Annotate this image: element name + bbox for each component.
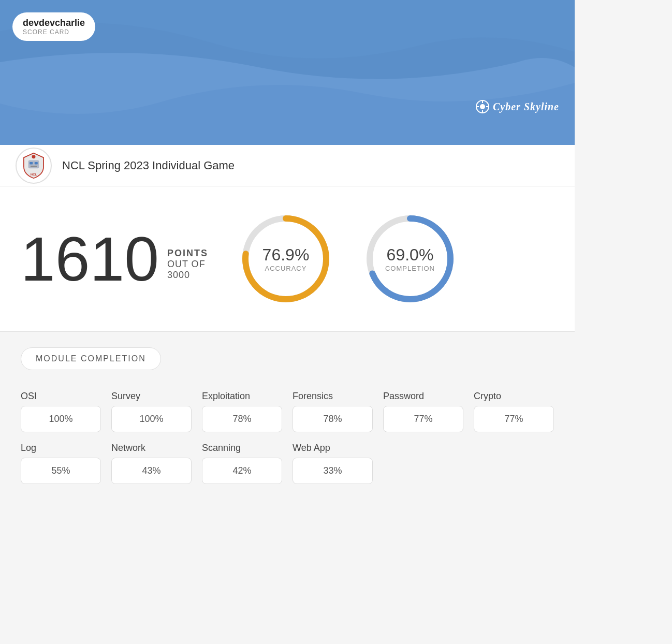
game-title: NCL Spring 2023 Individual Game xyxy=(62,159,235,172)
header-section: devdevcharlie SCORE CARD Cyber Skyline xyxy=(0,0,575,145)
module-value: 78% xyxy=(202,406,282,432)
module-item: Web App33% xyxy=(293,443,373,484)
svg-rect-8 xyxy=(30,162,33,164)
svg-rect-10 xyxy=(31,166,37,167)
points-label-top: POINTS xyxy=(167,248,208,259)
module-item: Password77% xyxy=(383,391,463,432)
module-value: 42% xyxy=(202,458,282,484)
module-item: Scanning42% xyxy=(202,443,282,484)
score-card-label: SCORE CARD xyxy=(23,28,85,36)
module-completion-header: MODULE COMPLETION xyxy=(21,347,161,370)
module-name: Exploitation xyxy=(202,391,282,402)
module-value: 43% xyxy=(111,458,192,484)
module-item: Exploitation78% xyxy=(202,391,282,432)
module-item: Log55% xyxy=(21,443,101,484)
module-name: OSI xyxy=(21,391,101,402)
svg-point-2 xyxy=(480,104,485,109)
module-name: Scanning xyxy=(202,443,282,453)
svg-text:NCL: NCL xyxy=(31,173,37,176)
accuracy-label: ACCURACY xyxy=(262,265,310,272)
module-name: Forensics xyxy=(293,391,373,402)
module-item: Survey100% xyxy=(111,391,192,432)
svg-rect-7 xyxy=(28,160,39,168)
module-value: 55% xyxy=(21,458,101,484)
ncl-logo: NCL xyxy=(16,148,52,184)
stats-section: 1610 POINTS OUT OF 3000 76.9% ACCURACY xyxy=(0,186,575,331)
completion-label: COMPLETION xyxy=(385,265,435,272)
brand-logo: Cyber Skyline xyxy=(475,99,559,114)
accuracy-circle: 76.9% ACCURACY xyxy=(239,212,332,305)
module-item: OSI100% xyxy=(21,391,101,432)
module-section: MODULE COMPLETION OSI100%Survey100%Explo… xyxy=(0,332,575,515)
game-info-row: NCL NCL Spring 2023 Individual Game xyxy=(0,145,575,186)
svg-point-12 xyxy=(32,155,36,158)
points-label: POINTS OUT OF 3000 xyxy=(167,248,208,290)
ncl-shield-icon: NCL xyxy=(20,152,47,179)
brand-icon xyxy=(475,99,490,114)
module-name: Log xyxy=(21,443,101,453)
module-value: 77% xyxy=(474,406,554,432)
module-grid-row1: OSI100%Survey100%Exploitation78%Forensic… xyxy=(21,391,554,432)
completion-stat-inner: 69.0% COMPLETION xyxy=(385,245,435,272)
module-name: Survey xyxy=(111,391,192,402)
module-name: Crypto xyxy=(474,391,554,402)
module-item: Network43% xyxy=(111,443,192,484)
module-value: 78% xyxy=(293,406,373,432)
accuracy-value: 76.9% xyxy=(262,245,310,265)
points-number: 1610 xyxy=(21,228,159,290)
module-value: 100% xyxy=(21,406,101,432)
module-grid-row2: Log55%Network43%Scanning42%Web App33% xyxy=(21,443,554,484)
score-card-badge: devdevcharlie SCORE CARD xyxy=(12,12,95,41)
completion-value: 69.0% xyxy=(385,245,435,265)
brand-name: Cyber Skyline xyxy=(493,101,559,113)
module-value: 77% xyxy=(383,406,463,432)
module-name: Password xyxy=(383,391,463,402)
module-value: 100% xyxy=(111,406,192,432)
accuracy-stat-inner: 76.9% ACCURACY xyxy=(262,245,310,272)
module-name: Network xyxy=(111,443,192,453)
points-display: 1610 POINTS OUT OF 3000 xyxy=(21,228,208,290)
module-item: Crypto77% xyxy=(474,391,554,432)
module-name: Web App xyxy=(293,443,373,453)
username: devdevcharlie xyxy=(23,18,85,28)
svg-rect-9 xyxy=(35,162,38,164)
points-label-out-of: OUT OF 3000 xyxy=(167,259,208,281)
module-value: 33% xyxy=(293,458,373,484)
completion-circle: 69.0% COMPLETION xyxy=(363,212,457,305)
module-item: Forensics78% xyxy=(293,391,373,432)
